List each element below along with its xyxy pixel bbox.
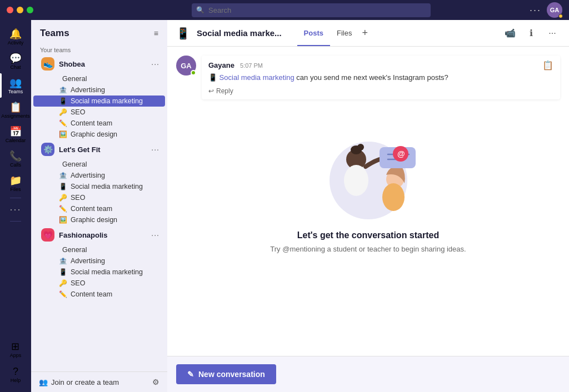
info-icon[interactable]: ℹ	[523, 26, 539, 41]
online-status-dot	[191, 70, 196, 76]
message-header: Gayane 5:07 PM 📋	[208, 60, 553, 71]
teams-menu-icon[interactable]: ≡	[154, 29, 158, 38]
fashionapolis-icon: 💗	[41, 228, 54, 242]
video-call-icon[interactable]: 📹	[502, 26, 518, 41]
channel-lgf-advertising[interactable]: 🏦Advertising	[33, 170, 165, 181]
search-bar[interactable]: 🔍	[192, 3, 431, 17]
svg-text:@: @	[397, 149, 405, 158]
active-indicator	[0, 73, 2, 98]
fash-seo-icon: 🔑	[59, 279, 67, 287]
sidebar-item-apps[interactable]: ⊞ Apps	[10, 337, 22, 361]
sidebar-item-calendar[interactable]: 📅 Calendar	[0, 122, 31, 147]
illustration-graphic: @	[307, 119, 430, 219]
lgf-seo-icon: 🔑	[59, 194, 67, 202]
calendar-icon: 📅	[9, 125, 22, 138]
channel-lgf-social[interactable]: 📱Social media marketing	[33, 181, 165, 192]
channel-header-icon: 📱	[176, 27, 190, 40]
sidebar-bottom: ⊞ Apps ? Help	[10, 337, 22, 392]
lets-get-fit-icon: ⚙️	[41, 143, 54, 156]
channel-fash-advertising[interactable]: 🏦Advertising	[33, 255, 165, 267]
fash-advertising-icon: 🏦	[59, 257, 67, 265]
channel-fash-general[interactable]: General	[33, 244, 165, 255]
tab-posts[interactable]: Posts	[297, 21, 330, 46]
your-teams-label: Your teams	[31, 43, 167, 54]
join-create-team-button[interactable]: 👥 Join or create a team	[39, 378, 119, 386]
channel-lgf-general[interactable]: General	[33, 159, 165, 170]
header-actions: 📹 ℹ ···	[502, 26, 560, 41]
lets-get-fit-more-icon[interactable]: ···	[151, 145, 159, 154]
sidebar-item-more[interactable]: ···	[0, 200, 31, 219]
channel-shobea-social[interactable]: 📱Social media marketing	[33, 96, 165, 107]
channel-shobea-graphic[interactable]: 🖼️Graphic design	[33, 129, 165, 140]
more-button[interactable]: ···	[530, 4, 541, 16]
sidebar-item-files[interactable]: 📁 Files	[0, 171, 31, 195]
content-pencil-icon: ✏️	[59, 119, 67, 127]
illustration-title: Let's get the conversation started	[297, 230, 439, 240]
avatar[interactable]: GA	[547, 2, 562, 18]
fashionapolis-more-icon[interactable]: ···	[151, 230, 159, 239]
teams-header: Teams ≡	[31, 20, 167, 43]
teams-settings-icon[interactable]: ⚙	[152, 378, 159, 386]
channel-lgf-seo[interactable]: 🔑SEO	[33, 192, 165, 203]
teams-footer: 👥 Join or create a team ⚙	[31, 371, 167, 392]
message-mention[interactable]: 📱 Social media marketing	[208, 73, 295, 82]
channel-fash-seo[interactable]: 🔑SEO	[33, 278, 165, 289]
svg-point-6	[382, 183, 405, 211]
lgf-graphic-icon: 🖼️	[59, 216, 67, 224]
team-lets-get-fit[interactable]: ⚙️ Let's Get Fit ···	[33, 140, 165, 159]
lgf-advertising-icon: 🏦	[59, 172, 67, 179]
join-icon: 👥	[39, 378, 48, 386]
new-conversation-bar: ✎ New conversation	[167, 356, 569, 392]
shobea-icon: 👟	[41, 57, 54, 71]
window-controls	[7, 7, 33, 13]
close-dot[interactable]	[7, 7, 13, 13]
sidebar-item-assignments[interactable]: 📋 Assignments	[0, 98, 31, 122]
message-author: Gayane	[208, 61, 234, 69]
channel-shobea-content[interactable]: ✏️Content team	[33, 118, 165, 129]
header-more-icon[interactable]: ···	[545, 26, 560, 41]
channel-shobea-seo[interactable]: 🔑SEO	[33, 107, 165, 118]
message-time: 5:07 PM	[240, 62, 263, 69]
channel-fash-social[interactable]: 📱Social media marketing	[33, 267, 165, 278]
team-shobea[interactable]: 👟 Shobea ···	[33, 54, 165, 73]
activity-icon: 🔔	[9, 28, 22, 40]
sidebar-item-calls[interactable]: 📞 Calls	[0, 147, 31, 171]
fash-social-icon: 📱	[59, 268, 67, 276]
channel-lgf-graphic[interactable]: 🖼️Graphic design	[33, 214, 165, 225]
sidebar-item-help[interactable]: ? Help	[10, 363, 22, 386]
sidebar-item-chat[interactable]: 💬 Chat	[0, 49, 31, 73]
search-input[interactable]	[192, 3, 431, 17]
assignments-icon: 📋	[9, 101, 22, 113]
svg-point-4	[344, 165, 368, 196]
channel-lgf-content[interactable]: ✏️Content team	[33, 203, 165, 214]
main-layout: 🔔 Activity 💬 Chat 👥 Teams 📋 Assignments …	[0, 20, 569, 392]
sidebar-item-teams[interactable]: 👥 Teams	[0, 73, 31, 98]
shobea-more-icon[interactable]: ···	[151, 59, 159, 68]
maximize-dot[interactable]	[27, 7, 33, 13]
tab-files[interactable]: Files	[330, 21, 358, 46]
teams-panel: Teams ≡ Your teams 👟 Shobea ··· General …	[31, 20, 167, 392]
new-conversation-button[interactable]: ✎ New conversation	[176, 364, 276, 384]
lgf-content-icon: ✏️	[59, 205, 67, 213]
icon-sidebar: 🔔 Activity 💬 Chat 👥 Teams 📋 Assignments …	[0, 20, 31, 392]
seo-icon: 🔑	[59, 108, 67, 116]
sidebar-item-activity[interactable]: 🔔 Activity	[0, 24, 31, 49]
reply-button[interactable]: ↩ Reply	[208, 87, 553, 95]
svg-point-3	[357, 144, 364, 150]
add-tab-button[interactable]: +	[358, 27, 371, 39]
channel-shobea-advertising[interactable]: 🏦Advertising	[33, 84, 165, 96]
illustration-area: @ Let's get the conversation started Try…	[176, 108, 560, 264]
team-fashionapolis[interactable]: 💗 Fashionapolis ···	[33, 225, 165, 244]
channel-fash-content[interactable]: ✏️Content team	[33, 289, 165, 300]
channel-shobea-general[interactable]: General	[33, 73, 165, 84]
minimize-dot[interactable]	[17, 7, 23, 13]
advertising-icon: 🏦	[59, 86, 67, 94]
graphic-icon: 🖼️	[59, 130, 67, 138]
reply-icon: ↩	[208, 87, 214, 95]
nav-separator-2	[10, 221, 21, 222]
content-body: GA Gayane 5:07 PM 📋 📱 Social media marke…	[167, 47, 569, 356]
teams-title: Teams	[40, 28, 69, 39]
content-area: 📱 Social media marke... Posts Files + 📹 …	[167, 20, 569, 392]
illustration-subtitle: Try @mentioning a student or teacher to …	[270, 245, 466, 253]
message-action-icon[interactable]: 📋	[542, 60, 553, 71]
